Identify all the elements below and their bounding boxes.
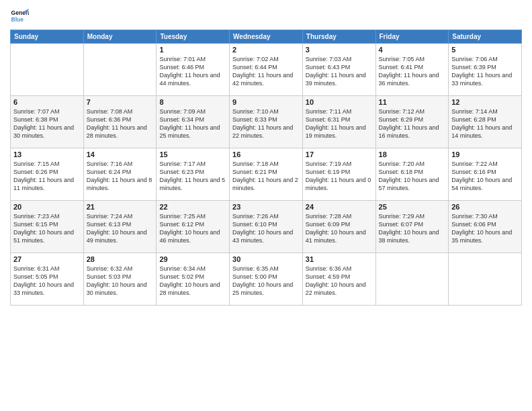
calendar-cell: 10Sunrise: 7:11 AMSunset: 6:31 PMDayligh… [302, 96, 375, 148]
calendar-cell [11, 44, 84, 96]
calendar-cell: 21Sunrise: 7:24 AMSunset: 6:13 PMDayligh… [83, 201, 157, 253]
calendar-cell [83, 44, 157, 96]
day-info: Sunrise: 6:36 AMSunset: 4:59 PMDaylight:… [306, 265, 373, 298]
day-info: Sunrise: 7:15 AMSunset: 6:26 PMDaylight:… [13, 160, 81, 193]
calendar-cell: 13Sunrise: 7:15 AMSunset: 6:26 PMDayligh… [11, 148, 84, 201]
calendar-cell [375, 253, 449, 306]
calendar-cell: 11Sunrise: 7:12 AMSunset: 6:29 PMDayligh… [375, 96, 449, 148]
calendar-cell: 23Sunrise: 7:26 AMSunset: 6:10 PMDayligh… [230, 201, 303, 253]
day-info: Sunrise: 6:35 AMSunset: 5:00 PMDaylight:… [232, 265, 300, 298]
day-number: 20 [13, 203, 81, 211]
calendar-table: SundayMondayTuesdayWednesdayThursdayFrid… [10, 30, 522, 306]
day-header-wednesday: Wednesday [230, 30, 303, 44]
day-info: Sunrise: 7:18 AMSunset: 6:21 PMDaylight:… [232, 160, 300, 193]
day-number: 25 [379, 203, 446, 211]
day-number: 14 [87, 150, 154, 158]
calendar-cell [449, 253, 522, 306]
day-number: 27 [13, 255, 81, 263]
day-number: 13 [13, 150, 81, 158]
day-info: Sunrise: 7:01 AMSunset: 6:46 PMDaylight:… [159, 55, 226, 88]
calendar-cell: 5Sunrise: 7:06 AMSunset: 6:39 PMDaylight… [449, 44, 522, 96]
day-number: 16 [232, 150, 300, 158]
calendar-cell: 15Sunrise: 7:17 AMSunset: 6:23 PMDayligh… [157, 148, 230, 201]
day-info: Sunrise: 7:11 AMSunset: 6:31 PMDaylight:… [306, 107, 373, 140]
calendar-cell: 26Sunrise: 7:30 AMSunset: 6:06 PMDayligh… [449, 201, 522, 253]
calendar-cell: 28Sunrise: 6:32 AMSunset: 5:03 PMDayligh… [83, 253, 157, 306]
day-number: 23 [232, 203, 300, 211]
day-info: Sunrise: 7:19 AMSunset: 6:19 PMDaylight:… [306, 160, 373, 193]
day-info: Sunrise: 7:07 AMSunset: 6:38 PMDaylight:… [13, 107, 81, 140]
day-number: 2 [232, 46, 300, 54]
day-info: Sunrise: 7:17 AMSunset: 6:23 PMDaylight:… [159, 160, 226, 193]
day-number: 17 [306, 150, 373, 158]
day-number: 7 [87, 98, 154, 106]
day-number: 31 [306, 255, 373, 263]
calendar-cell: 1Sunrise: 7:01 AMSunset: 6:46 PMDaylight… [157, 44, 230, 96]
day-info: Sunrise: 7:08 AMSunset: 6:36 PMDaylight:… [87, 107, 154, 140]
day-info: Sunrise: 7:29 AMSunset: 6:07 PMDaylight:… [379, 212, 446, 245]
day-number: 29 [159, 255, 226, 263]
day-info: Sunrise: 7:26 AMSunset: 6:10 PMDaylight:… [232, 212, 300, 245]
calendar-cell: 2Sunrise: 7:02 AMSunset: 6:44 PMDaylight… [230, 44, 303, 96]
calendar-cell: 6Sunrise: 7:07 AMSunset: 6:38 PMDaylight… [11, 96, 84, 148]
day-info: Sunrise: 7:09 AMSunset: 6:34 PMDaylight:… [159, 107, 226, 140]
day-header-monday: Monday [83, 30, 157, 44]
page-header: General Blue [10, 7, 522, 26]
day-number: 3 [306, 46, 373, 54]
day-header-friday: Friday [375, 30, 449, 44]
calendar-cell: 22Sunrise: 7:25 AMSunset: 6:12 PMDayligh… [157, 201, 230, 253]
calendar-cell: 19Sunrise: 7:22 AMSunset: 6:16 PMDayligh… [449, 148, 522, 201]
calendar-cell: 18Sunrise: 7:20 AMSunset: 6:18 PMDayligh… [375, 148, 449, 201]
calendar-cell: 7Sunrise: 7:08 AMSunset: 6:36 PMDaylight… [83, 96, 157, 148]
day-info: Sunrise: 7:12 AMSunset: 6:29 PMDaylight:… [379, 107, 446, 140]
day-number: 11 [379, 98, 446, 106]
logo-icon: General Blue [10, 7, 29, 26]
day-header-thursday: Thursday [302, 30, 375, 44]
day-number: 4 [379, 46, 446, 54]
calendar-cell: 24Sunrise: 7:28 AMSunset: 6:09 PMDayligh… [302, 201, 375, 253]
svg-text:Blue: Blue [11, 16, 24, 23]
calendar-cell: 31Sunrise: 6:36 AMSunset: 4:59 PMDayligh… [302, 253, 375, 306]
day-info: Sunrise: 7:03 AMSunset: 6:43 PMDaylight:… [306, 55, 373, 88]
day-info: Sunrise: 7:02 AMSunset: 6:44 PMDaylight:… [232, 55, 300, 88]
day-number: 24 [306, 203, 373, 211]
day-info: Sunrise: 7:24 AMSunset: 6:13 PMDaylight:… [87, 212, 154, 245]
day-number: 15 [159, 150, 226, 158]
calendar-body: 1Sunrise: 7:01 AMSunset: 6:46 PMDaylight… [11, 44, 522, 306]
day-info: Sunrise: 7:23 AMSunset: 6:15 PMDaylight:… [13, 212, 81, 245]
calendar-header: SundayMondayTuesdayWednesdayThursdayFrid… [11, 30, 522, 44]
day-info: Sunrise: 6:31 AMSunset: 5:05 PMDaylight:… [13, 265, 81, 298]
day-header-sunday: Sunday [11, 30, 84, 44]
day-number: 12 [451, 98, 519, 106]
day-info: Sunrise: 7:25 AMSunset: 6:12 PMDaylight:… [159, 212, 226, 245]
day-number: 8 [159, 98, 226, 106]
calendar-cell: 29Sunrise: 6:34 AMSunset: 5:02 PMDayligh… [157, 253, 230, 306]
day-info: Sunrise: 6:32 AMSunset: 5:03 PMDaylight:… [87, 265, 154, 298]
calendar-cell: 27Sunrise: 6:31 AMSunset: 5:05 PMDayligh… [11, 253, 84, 306]
day-number: 19 [451, 150, 519, 158]
calendar-cell: 14Sunrise: 7:16 AMSunset: 6:24 PMDayligh… [83, 148, 157, 201]
day-number: 1 [159, 46, 226, 54]
calendar-cell: 25Sunrise: 7:29 AMSunset: 6:07 PMDayligh… [375, 201, 449, 253]
calendar-cell: 9Sunrise: 7:10 AMSunset: 6:33 PMDaylight… [230, 96, 303, 148]
day-number: 6 [13, 98, 81, 106]
calendar-cell: 20Sunrise: 7:23 AMSunset: 6:15 PMDayligh… [11, 201, 84, 253]
day-info: Sunrise: 7:16 AMSunset: 6:24 PMDaylight:… [87, 160, 154, 193]
day-info: Sunrise: 7:14 AMSunset: 6:28 PMDaylight:… [451, 107, 519, 140]
day-info: Sunrise: 7:05 AMSunset: 6:41 PMDaylight:… [379, 55, 446, 88]
day-info: Sunrise: 7:06 AMSunset: 6:39 PMDaylight:… [451, 55, 519, 88]
day-number: 21 [87, 203, 154, 211]
day-info: Sunrise: 7:22 AMSunset: 6:16 PMDaylight:… [451, 160, 519, 193]
calendar-cell: 3Sunrise: 7:03 AMSunset: 6:43 PMDaylight… [302, 44, 375, 96]
day-number: 18 [379, 150, 446, 158]
day-info: Sunrise: 7:10 AMSunset: 6:33 PMDaylight:… [232, 107, 300, 140]
day-number: 5 [451, 46, 519, 54]
calendar-cell: 12Sunrise: 7:14 AMSunset: 6:28 PMDayligh… [449, 96, 522, 148]
day-info: Sunrise: 7:30 AMSunset: 6:06 PMDaylight:… [451, 212, 519, 245]
calendar-cell: 17Sunrise: 7:19 AMSunset: 6:19 PMDayligh… [302, 148, 375, 201]
calendar-cell: 16Sunrise: 7:18 AMSunset: 6:21 PMDayligh… [230, 148, 303, 201]
day-number: 28 [87, 255, 154, 263]
day-info: Sunrise: 6:34 AMSunset: 5:02 PMDaylight:… [159, 265, 226, 298]
day-number: 10 [306, 98, 373, 106]
day-number: 30 [232, 255, 300, 263]
